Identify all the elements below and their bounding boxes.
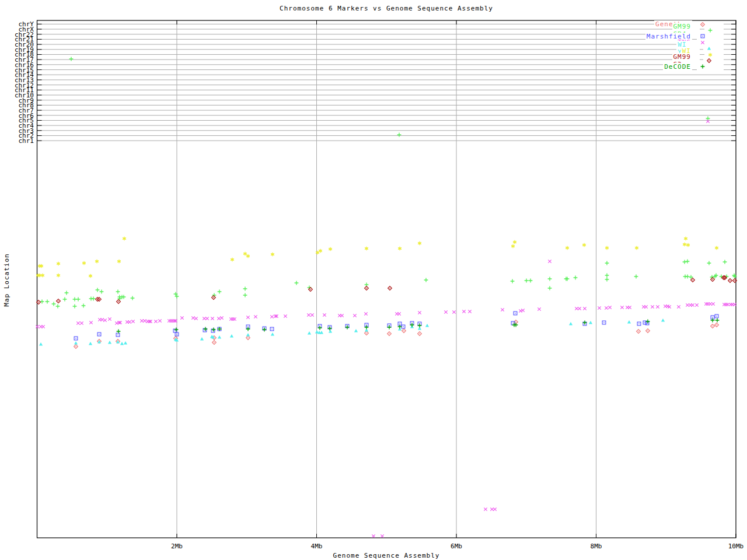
series-genethon (74, 320, 719, 349)
xtick-8Mb: 8Mb (584, 542, 609, 550)
xtick-6Mb: 6Mb (444, 542, 469, 550)
series-gm99-g3 (37, 276, 737, 304)
series-marshfield (74, 312, 718, 340)
series-decode (117, 318, 720, 334)
xtick-4Mb: 4Mb (304, 542, 330, 550)
legend-label: DeCODE (663, 63, 692, 71)
xtick-10Mb: 10Mb (723, 542, 747, 550)
xtick-2Mb: 2Mb (164, 542, 190, 550)
plot-area (0, 0, 747, 560)
series-gm99-gb4 (40, 57, 737, 309)
legend-item-decode: DeCODE (663, 64, 724, 70)
series-wi-yac (39, 318, 665, 346)
plus-icon (697, 63, 724, 70)
chromosome-markers-chart: Chromosome 6 Markers vs Genome Sequence … (0, 0, 747, 560)
series-tng (36, 120, 736, 537)
ytick-chr1: chr1 (0, 138, 34, 144)
series-wi-rh (36, 237, 718, 278)
